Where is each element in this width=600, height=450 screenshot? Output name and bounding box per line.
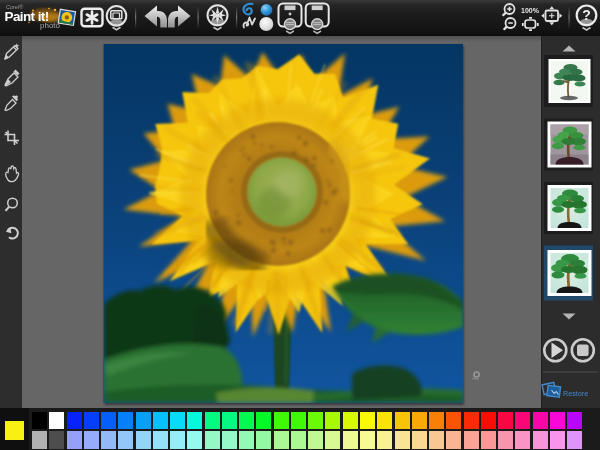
svg-text:photo: photo xyxy=(40,21,61,30)
svg-text:100%: 100% xyxy=(521,7,540,14)
svg-text:Restore: Restore xyxy=(563,389,588,398)
svg-text:?: ? xyxy=(582,7,591,23)
